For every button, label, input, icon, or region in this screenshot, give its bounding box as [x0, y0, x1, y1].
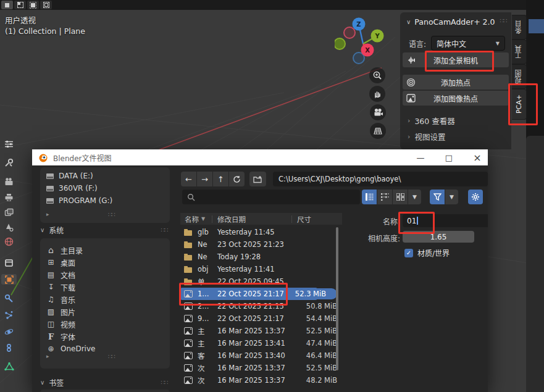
select-mode-invert-button[interactable] [40, 1, 52, 9]
add-hotspot-button[interactable]: 添加热点 [403, 75, 509, 90]
editor-type-icon[interactable] [4, 139, 14, 149]
render-properties-icon[interactable] [4, 176, 14, 186]
volume-item[interactable]: 360VR (F:) [40, 182, 170, 194]
output-properties-icon[interactable] [4, 192, 14, 202]
system-location-item[interactable]: 视频 [40, 318, 170, 330]
volume-item[interactable]: PROGRAM (G:) [40, 194, 170, 207]
panel-collapse-icon[interactable]: ∨ [406, 19, 411, 25]
object-data-properties-icon[interactable] [4, 361, 14, 372]
tab-item[interactable]: 条目 [512, 15, 527, 40]
file-row[interactable]: obj Yesterday 11:41 [180, 263, 342, 275]
file-row[interactable]: 主 16 Mar 2025 13:37 52.5 MiB [180, 325, 342, 337]
refresh-button[interactable] [229, 172, 245, 186]
world-properties-icon[interactable] [4, 236, 14, 247]
camera-view-button[interactable] [370, 104, 386, 120]
settings-gear-button[interactable] [468, 190, 483, 204]
add-image-hotspot-button[interactable]: 添加图像热点 [403, 91, 509, 106]
language-dropdown[interactable]: 简体中文 ▼ [431, 36, 505, 51]
file-type-icon [184, 255, 192, 261]
file-type-icon [184, 315, 193, 322]
select-mode-set-button[interactable] [1, 1, 13, 9]
expand-arrow-icon[interactable]: ▸ [46, 353, 49, 359]
tool-properties-icon[interactable] [4, 157, 14, 168]
system-location-item[interactable]: 文档 [40, 269, 170, 281]
search-input[interactable] [182, 190, 360, 204]
location-icon [46, 270, 56, 279]
volume-item[interactable]: DATA (E:) [40, 170, 170, 182]
thumbnail-view-button[interactable] [393, 190, 408, 204]
svg-text:X: X [365, 47, 370, 54]
filter-button[interactable] [430, 190, 445, 204]
new-folder-button[interactable] [249, 172, 266, 186]
properties-tab-column [526, 136, 544, 392]
location-label: 主目录 [61, 245, 83, 256]
filter-settings-dropdown[interactable]: ▼ [445, 190, 458, 204]
up-directory-button[interactable]: ↑ [213, 172, 228, 186]
column-name[interactable]: 名称▼ [185, 214, 212, 224]
column-date[interactable]: 修改日期 [217, 214, 291, 224]
object-properties-icon[interactable] [1, 274, 17, 285]
file-row[interactable]: glb Yesterday 11:45 [180, 226, 342, 238]
list-scrollbar[interactable] [336, 227, 338, 370]
physics-properties-icon[interactable] [4, 327, 14, 337]
bookmarks-section-header[interactable]: ∨ 书签 ∷∷ [40, 377, 170, 388]
file-row[interactable]: Ne Today 19:28 [180, 251, 342, 263]
chevron-down-icon: ∨ [40, 227, 44, 233]
file-path-field[interactable]: C:\Users\CXJ\Desktop\gong\baoye\ [273, 172, 488, 186]
tab-tool[interactable]: 工具 [512, 40, 527, 64]
system-section-header[interactable]: ∨ 系统 ∷∷ [40, 225, 170, 235]
view-settings-section[interactable]: › 视图设置 [408, 131, 445, 143]
file-date: Yesterday 11:45 [217, 228, 301, 236]
panel-grip-handle[interactable]: ∷∷ [500, 17, 506, 24]
collection-properties-icon[interactable] [4, 257, 14, 268]
forward-button[interactable]: → [197, 172, 212, 186]
file-row[interactable]: 主 16 Mar 2025 13:41 47.4 MiB [180, 337, 342, 349]
window-titlebar[interactable]: Blender文件视图 — □ × [32, 149, 488, 165]
maximize-button[interactable]: □ [438, 149, 459, 165]
file-row[interactable]: Ne 23 Oct 2025 21:23 [180, 238, 342, 251]
file-row[interactable]: 次 16 Mar 2025 13:37 52.5 MiB [180, 362, 342, 374]
grip-handle[interactable]: ∷∷ [108, 353, 115, 360]
file-list: glb Yesterday 11:45 Ne 23 Oct 2025 21:23… [180, 226, 342, 386]
system-location-item[interactable]: 主目录 [40, 244, 170, 256]
close-button[interactable]: × [467, 149, 488, 165]
system-location-item[interactable]: 字体 [40, 330, 170, 343]
modifier-properties-icon[interactable] [4, 293, 14, 304]
select-mode-extend-button[interactable] [14, 1, 26, 9]
perspective-toggle-button[interactable] [370, 123, 386, 139]
system-location-item[interactable]: 图片 [40, 306, 170, 318]
zoom-button[interactable] [369, 67, 385, 83]
display-settings-dropdown[interactable]: ▼ [408, 190, 421, 204]
search-icon [187, 193, 195, 201]
file-row[interactable]: 次 16 Mar 2025 13:37 48.2 MiB [180, 374, 342, 386]
view-layer-properties-icon[interactable] [4, 207, 14, 217]
vertical-list-view-button[interactable] [362, 190, 377, 204]
grip-handle[interactable]: ∷∷ [108, 211, 115, 218]
system-location-item[interactable]: 音乐 [40, 293, 170, 306]
expand-arrow-icon[interactable]: ▸ [46, 211, 49, 217]
viewer-360-section[interactable]: › 360 查看器 [408, 115, 455, 127]
system-panel: 主目录 桌面 文档 下载 音乐 [40, 238, 170, 369]
axis-gizmo[interactable]: Z Y X [335, 16, 391, 68]
axis-neg-y-ball [335, 38, 345, 49]
constraints-properties-icon[interactable] [4, 343, 14, 353]
system-location-item[interactable]: 下载 [40, 281, 170, 293]
checkbox-checked-icon[interactable]: ✓ [404, 249, 413, 257]
grip-handle[interactable]: ∷∷ [161, 379, 167, 386]
scene-properties-icon[interactable] [4, 222, 14, 232]
minimize-button[interactable]: — [410, 149, 431, 165]
back-button[interactable]: ← [181, 172, 196, 186]
file-row[interactable]: 9... 22 Oct 2025 21:17 54.4 MiB [180, 312, 342, 325]
system-location-item[interactable]: 桌面 [40, 256, 170, 269]
file-row[interactable]: 客 16 Mar 2025 13:40 46.4 MiB [180, 349, 342, 362]
pan-button[interactable] [369, 86, 385, 102]
grip-handle[interactable]: ∷∷ [161, 227, 167, 233]
column-size[interactable]: 尺寸 [297, 214, 334, 224]
particles-properties-icon[interactable] [4, 310, 14, 320]
horizontal-list-view-button[interactable] [377, 190, 392, 204]
hand-icon [372, 89, 382, 99]
material-world-option[interactable]: ✓ 材质/世界 [404, 248, 450, 258]
select-set-icon [5, 3, 9, 7]
file-type-icon [184, 267, 192, 273]
select-mode-subtract-button[interactable] [27, 1, 39, 9]
